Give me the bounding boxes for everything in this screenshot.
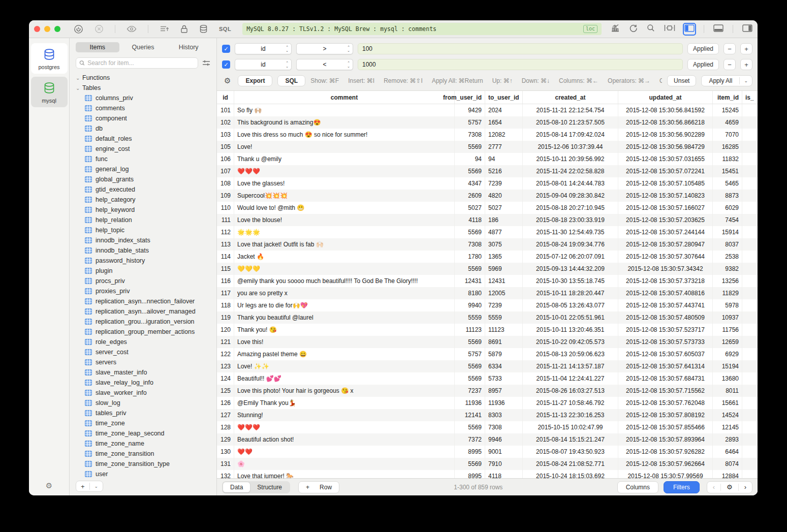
cell-is_[interactable] bbox=[742, 385, 758, 397]
tree-section-functions[interactable]: ⌄ Functions bbox=[70, 73, 216, 83]
table-row[interactable]: 117you are so pretty x8180120052015-10-1… bbox=[217, 287, 758, 299]
cell-updated_at[interactable]: 2015-12-08 15:30:56.841592 bbox=[618, 104, 713, 116]
connection-postgres[interactable]: postgres bbox=[31, 43, 68, 74]
cell-to_user_id[interactable]: 9946 bbox=[485, 433, 523, 446]
remove-filter-button[interactable]: − bbox=[723, 43, 736, 54]
column-header-is_[interactable]: is_ bbox=[742, 91, 758, 104]
cell-updated_at[interactable]: 2015-12-08 15:30:57.893964 bbox=[618, 433, 713, 446]
cell-created_at[interactable]: 2015-08-24 19:09:34.776 bbox=[523, 238, 618, 251]
cell-comment[interactable]: Stunning! bbox=[234, 409, 455, 421]
cell-to_user_id[interactable]: 5733 bbox=[485, 372, 523, 385]
cell-item_id[interactable]: 15194 bbox=[713, 360, 742, 372]
column-header-created_at[interactable]: created_at bbox=[523, 91, 618, 104]
table-row[interactable]: 105Love!556927772015-12-06 10:37:39.4420… bbox=[217, 141, 758, 153]
table-row[interactable]: 112🌟🌟🌟556948772015-11-30 12:54:49.735201… bbox=[217, 226, 758, 238]
cell-from_user_id[interactable]: 11123 bbox=[455, 324, 485, 336]
cell-comment[interactable]: Thank you! 😘 bbox=[234, 324, 455, 336]
cell-id[interactable]: 105 bbox=[217, 141, 234, 153]
cell-updated_at[interactable]: 2015-12-08 15:30:57.34342 bbox=[618, 263, 713, 275]
chart-icon[interactable] bbox=[611, 24, 620, 34]
table-row[interactable]: 128❤️❤️❤️556973082015-10-15 10:02:47.992… bbox=[217, 421, 758, 433]
cell-created_at[interactable]: 2015-12-06 10:37:39.44 bbox=[523, 141, 618, 153]
cell-to_user_id[interactable]: 2024 bbox=[485, 104, 523, 116]
cell-to_user_id[interactable]: 11123 bbox=[485, 324, 523, 336]
cell-is_[interactable] bbox=[742, 397, 758, 409]
minimize-window-button[interactable] bbox=[44, 26, 50, 32]
cell-item_id[interactable]: 11832 bbox=[713, 153, 742, 165]
cell-from_user_id[interactable]: 2609 bbox=[455, 190, 485, 202]
cell-comment[interactable]: Love that jacket! Outfit is fab 🙌🏻 bbox=[234, 238, 455, 251]
cell-id[interactable]: 127 bbox=[217, 409, 234, 421]
cell-created_at[interactable]: 2015-10-30 13:55:18.745 bbox=[523, 275, 618, 287]
cell-id[interactable]: 130 bbox=[217, 446, 234, 458]
cell-updated_at[interactable]: 2015-12-08 15:30:57.684731 bbox=[618, 372, 713, 385]
cell-created_at[interactable]: 2015-10-24 18:15:03.692 bbox=[523, 470, 618, 478]
cell-comment[interactable]: Love the blouse! bbox=[234, 214, 455, 226]
cell-to_user_id[interactable]: 12082 bbox=[485, 129, 523, 141]
cell-id[interactable]: 125 bbox=[217, 385, 234, 397]
table-row[interactable]: 107❤️❤️❤️556952162015-11-24 22:02:58.828… bbox=[217, 165, 758, 177]
cell-id[interactable]: 103 bbox=[217, 129, 234, 141]
cell-from_user_id[interactable]: 94 bbox=[455, 153, 485, 165]
cell-item_id[interactable]: 15661 bbox=[713, 397, 742, 409]
refresh-icon[interactable] bbox=[629, 24, 638, 35]
sidebar-table-role_edges[interactable]: role_edges bbox=[70, 337, 216, 347]
cell-to_user_id[interactable]: 6334 bbox=[485, 360, 523, 372]
filter-applied-button[interactable]: Applied bbox=[687, 59, 719, 70]
previous-page-button[interactable]: ‹ bbox=[707, 483, 720, 491]
cell-item_id[interactable]: 5978 bbox=[713, 299, 742, 311]
cell-created_at[interactable]: 2015-09-13 14:44:32.209 bbox=[523, 263, 618, 275]
sidebar-table-replication_asyn...ailover_managed[interactable]: replication_asyn...ailover_managed bbox=[70, 306, 216, 317]
table-row[interactable]: 115💛💛💛556959692015-09-13 14:44:32.209201… bbox=[217, 263, 758, 275]
sidebar-table-time_zone[interactable]: time_zone bbox=[70, 418, 216, 428]
cell-created_at[interactable]: 2015-08-07 19:43:50.923 bbox=[523, 446, 618, 458]
chevron-down-icon[interactable]: ⌄ bbox=[740, 78, 752, 83]
sidebar-table-component[interactable]: component bbox=[70, 113, 216, 123]
cell-id[interactable]: 120 bbox=[217, 324, 234, 336]
column-width-icon[interactable] bbox=[664, 24, 675, 34]
cell-to_user_id[interactable]: 4820 bbox=[485, 190, 523, 202]
cell-item_id[interactable]: 12884 bbox=[713, 470, 742, 478]
cell-item_id[interactable]: 12659 bbox=[713, 336, 742, 348]
cell-created_at[interactable]: 2015-08-10 21:23:57.505 bbox=[523, 116, 618, 129]
sidebar-table-slave_master_info[interactable]: slave_master_info bbox=[70, 367, 216, 378]
sql-preview-button[interactable]: SQL bbox=[277, 75, 305, 86]
cell-is_[interactable] bbox=[742, 141, 758, 153]
cell-updated_at[interactable]: 2015-12-08 15:30:56.866218 bbox=[618, 116, 713, 129]
table-row[interactable]: 110Would love to! @mith 😬502750272015-08… bbox=[217, 202, 758, 214]
cell-item_id[interactable]: 4659 bbox=[713, 116, 742, 129]
cell-item_id[interactable]: 5465 bbox=[713, 177, 742, 190]
cell-id[interactable]: 113 bbox=[217, 238, 234, 251]
table-row[interactable]: 109Supercool💥💥💥260948202015-09-04 09:28:… bbox=[217, 190, 758, 202]
cell-from_user_id[interactable]: 5757 bbox=[455, 348, 485, 360]
table-row[interactable]: 119Thank you beautiful @laurel5559555920… bbox=[217, 311, 758, 324]
cell-from_user_id[interactable]: 8995 bbox=[455, 446, 485, 458]
cell-updated_at[interactable]: 2015-12-08 15:30:57.105485 bbox=[618, 177, 713, 190]
apply-all-button[interactable]: Apply All ⌄ bbox=[701, 75, 752, 86]
cell-item_id[interactable]: 15914 bbox=[713, 226, 742, 238]
filter-value-input[interactable] bbox=[358, 43, 683, 54]
cell-item_id[interactable]: 11829 bbox=[713, 287, 742, 299]
sidebar-table-help_category[interactable]: help_category bbox=[70, 195, 216, 205]
cell-item_id[interactable]: 2893 bbox=[713, 433, 742, 446]
cell-created_at[interactable]: 2015-08-05 13:26:43.077 bbox=[523, 299, 618, 311]
cell-to_user_id[interactable]: 8303 bbox=[485, 409, 523, 421]
cell-is_[interactable] bbox=[742, 421, 758, 433]
sidebar-table-plugin[interactable]: plugin bbox=[70, 266, 216, 276]
cell-to_user_id[interactable]: 5969 bbox=[485, 263, 523, 275]
sidebar-table-slave_relay_log_info[interactable]: slave_relay_log_info bbox=[70, 378, 216, 388]
cell-from_user_id[interactable]: 5559 bbox=[455, 311, 485, 324]
cell-updated_at[interactable]: 2015-12-08 15:30:57.408816 bbox=[618, 287, 713, 299]
cell-to_user_id[interactable]: 7239 bbox=[485, 299, 523, 311]
cell-comment[interactable]: Beautiful!! 💕💕 bbox=[234, 372, 455, 385]
cell-is_[interactable] bbox=[742, 251, 758, 263]
table-row[interactable]: 103Love this dress so much 😍 so nice for… bbox=[217, 129, 758, 141]
cell-item_id[interactable]: 16285 bbox=[713, 141, 742, 153]
cell-comment[interactable]: Would love to! @mith 😬 bbox=[234, 202, 455, 214]
cell-created_at[interactable]: 2015-11-21 14:13:57.187 bbox=[523, 360, 618, 372]
toggle-right-panel-icon[interactable] bbox=[742, 24, 752, 34]
cell-from_user_id[interactable]: 8995 bbox=[455, 470, 485, 478]
cell-id[interactable]: 114 bbox=[217, 251, 234, 263]
cell-created_at[interactable]: 2015-08-14 15:15:21.247 bbox=[523, 433, 618, 446]
sidebar-table-gtid_executed[interactable]: gtid_executed bbox=[70, 184, 216, 195]
